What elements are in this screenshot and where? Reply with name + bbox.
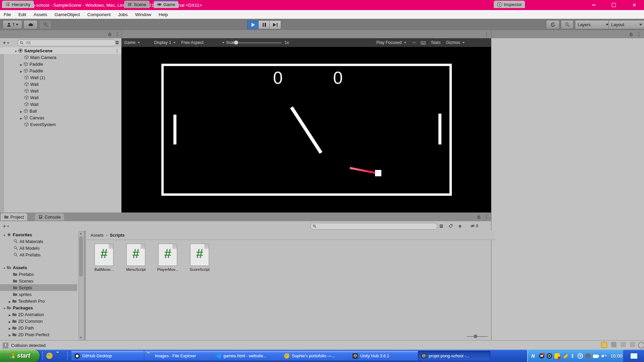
battery-icon[interactable] [593,353,599,359]
hierarchy-create-button[interactable]: + [3,40,9,46]
foldout-closed-icon[interactable] [7,319,12,324]
foldout-open-icon[interactable] [2,305,7,310]
status-console-icon[interactable] [611,342,616,347]
tab-hierarchy[interactable]: Hierarchy [2,1,34,8]
pause-button[interactable] [258,20,270,29]
hierarchy-item-scene[interactable]: SampleScene [0,47,121,54]
foldout-closed-icon[interactable] [19,115,23,120]
status-message[interactable]: Collision detected [11,343,46,348]
unity-tray-icon[interactable] [585,353,591,359]
hierarchy-item-main-camera[interactable]: Main Camera [4,54,121,61]
project-menu-button[interactable] [484,214,490,220]
play-button[interactable] [247,20,259,29]
hidden-packages-toggle[interactable]: 8 [468,223,481,229]
foldout-open-icon[interactable] [2,265,7,270]
tree-item-all-models[interactable]: All Models [0,245,77,251]
show-desktop-button[interactable] [627,351,641,360]
hierarchy-search-field[interactable] [17,40,116,46]
tree-item-all-prefabs[interactable]: All Prefabs [0,251,77,258]
project-create-button[interactable]: + [3,223,9,230]
scrollbar-thumb[interactable] [79,236,83,277]
play-focused-dropdown[interactable]: Play Focused [374,38,414,47]
hierarchy-menu-button[interactable] [114,31,120,37]
display-dropdown[interactable]: Display 1 [151,38,181,47]
close-button[interactable]: ✕ [626,0,643,10]
tab-game[interactable]: Game [154,1,178,8]
start-button[interactable]: start [0,350,40,362]
menu-help[interactable]: Help [155,10,172,19]
security-lock-icon[interactable] [554,353,560,359]
minimize-button[interactable] [585,0,602,10]
menu-gameobject[interactable]: GameObject [51,10,84,19]
tree-item-favorites[interactable]: Favorites [0,231,77,238]
game-mode-dropdown[interactable]: Game [121,38,154,47]
inspector-menu-button[interactable] [636,31,642,37]
volume-muted-icon[interactable]: × [601,353,607,359]
discord-icon[interactable] [539,353,544,359]
project-tree-scrollbar[interactable]: ▲ ▼ [78,231,84,340]
menu-assets[interactable]: Assets [30,10,51,19]
tree-item-2d-path[interactable]: 2D Path [0,324,77,331]
step-button[interactable] [269,20,281,29]
foldout-open-icon[interactable] [13,48,18,53]
foldout-closed-icon[interactable] [19,68,23,73]
tab-console[interactable]: Console [35,213,64,221]
hierarchy-item-wall-3[interactable]: Wall [4,87,121,94]
hierarchy-item-wall-1[interactable]: Wall (1) [4,74,121,81]
hierarchy-item-wall-4[interactable]: Wall [4,94,121,101]
asset-ballmove[interactable]: # BallMove... [89,244,119,272]
recorder-icon[interactable] [578,353,583,359]
defender-shield-icon[interactable] [562,353,568,359]
account-button[interactable]: T [3,20,22,29]
aspect-dropdown[interactable]: Free Aspect [178,38,228,47]
tree-item-sprites[interactable]: sprites [0,291,77,298]
tree-item-2d-animation[interactable]: 2D Animation [0,311,77,318]
tree-item-packages[interactable]: Packages [0,304,77,311]
hierarchy-item-eventsystem[interactable]: EventSystem [4,121,121,128]
hierarchy-item-paddle-2[interactable]: Paddle [4,67,121,74]
scale-slider-knob[interactable] [234,41,238,45]
foldout-closed-icon[interactable] [19,109,23,114]
menu-edit[interactable]: Edit [15,10,30,19]
maximize-button[interactable] [605,0,622,10]
taskbar-button-file-explorer[interactable]: Images - File Explorer [144,351,217,361]
undo-history-button[interactable] [546,20,559,29]
folder-quicklaunch-icon[interactable] [56,353,63,359]
layout-dropdown[interactable]: Layout [608,20,644,29]
inspector-lock-button[interactable] [628,31,634,37]
firefox-quicklaunch-icon[interactable] [46,353,53,359]
hierarchy-item-canvas[interactable]: Canvas [4,114,121,121]
hierarchy-item-wall-5[interactable]: Wall [4,101,121,108]
nahimic-icon[interactable]: N [531,353,537,359]
tree-item-textmesh-pro[interactable]: TextMesh Pro [0,298,77,304]
bluetooth-icon[interactable]: ᛒ [570,353,575,359]
hierarchy-lock-button[interactable] [107,31,113,37]
layers-dropdown[interactable]: Layers [575,20,611,29]
foldout-closed-icon[interactable] [7,325,12,330]
project-lock-button[interactable] [476,214,482,220]
game-viewport[interactable]: 0 0 [121,47,491,213]
foldout-closed-icon[interactable] [7,332,12,337]
tree-item-all-materials[interactable]: All Materials [0,238,77,245]
taskbar-button-github-desktop[interactable]: GitHub Desktop [71,351,144,361]
tree-item-assets[interactable]: Assets [0,264,77,271]
hierarchy-search-by-button[interactable] [114,40,120,46]
asset-menuscript[interactable]: # MenuScript [120,244,151,272]
asset-playermove[interactable]: # PlayerMov... [152,244,183,272]
tab-scene[interactable]: Scene [124,1,150,8]
hierarchy-search-input[interactable] [25,40,114,46]
cloud-services-button[interactable] [23,20,38,29]
steam-icon[interactable] [547,353,552,359]
status-plugin-icon[interactable] [601,342,607,348]
taskbar-button-unity-editor[interactable]: projet-pong-school -... [418,351,490,361]
scene-options-icon[interactable] [115,48,119,53]
tab-inspector[interactable]: i Inspector [494,1,525,8]
scroll-up-icon[interactable]: ▲ [79,232,82,235]
tree-item-2d-common[interactable]: 2D Common [0,318,77,324]
foldout-closed-icon[interactable] [19,62,23,67]
menu-file[interactable]: File [0,10,15,19]
project-search-input[interactable] [318,224,435,229]
asset-scorescript[interactable]: # ScoreScript [184,244,215,272]
project-splitter[interactable] [84,231,86,340]
save-search-star-button[interactable] [457,223,463,229]
